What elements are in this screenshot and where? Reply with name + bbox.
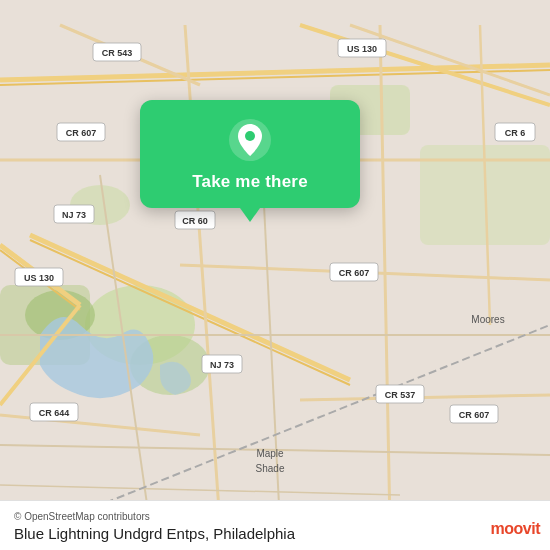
svg-text:NJ 73: NJ 73 [62, 210, 86, 220]
map-svg: CR 543 US 130 CR 607 NJ 73 CR 60 US 130 … [0, 0, 550, 550]
svg-text:CR 6: CR 6 [505, 128, 526, 138]
svg-text:CR 60: CR 60 [182, 216, 208, 226]
svg-text:CR 644: CR 644 [39, 408, 70, 418]
svg-text:CR 543: CR 543 [102, 48, 133, 58]
popup-card: Take me there [140, 100, 360, 208]
location-pin-icon [228, 118, 272, 162]
map-container: CR 543 US 130 CR 607 NJ 73 CR 60 US 130 … [0, 0, 550, 550]
svg-text:CR 607: CR 607 [66, 128, 97, 138]
svg-text:Shade: Shade [256, 463, 285, 474]
attribution-text: © OpenStreetMap contributors [14, 511, 536, 522]
svg-text:Maple: Maple [256, 448, 284, 459]
svg-text:CR 607: CR 607 [459, 410, 490, 420]
svg-text:US 130: US 130 [347, 44, 377, 54]
svg-text:NJ 73: NJ 73 [210, 360, 234, 370]
svg-text:CR 537: CR 537 [385, 390, 416, 400]
svg-text:US 130: US 130 [24, 273, 54, 283]
bottom-bar: © OpenStreetMap contributors Blue Lightn… [0, 500, 550, 550]
take-me-there-button[interactable]: Take me there [192, 172, 308, 192]
svg-text:CR 607: CR 607 [339, 268, 370, 278]
place-name: Blue Lightning Undgrd Entps, Philadelphi… [14, 525, 536, 542]
svg-point-59 [245, 131, 255, 141]
svg-text:Moores: Moores [471, 314, 504, 325]
moovit-logo: moovit [491, 520, 540, 538]
